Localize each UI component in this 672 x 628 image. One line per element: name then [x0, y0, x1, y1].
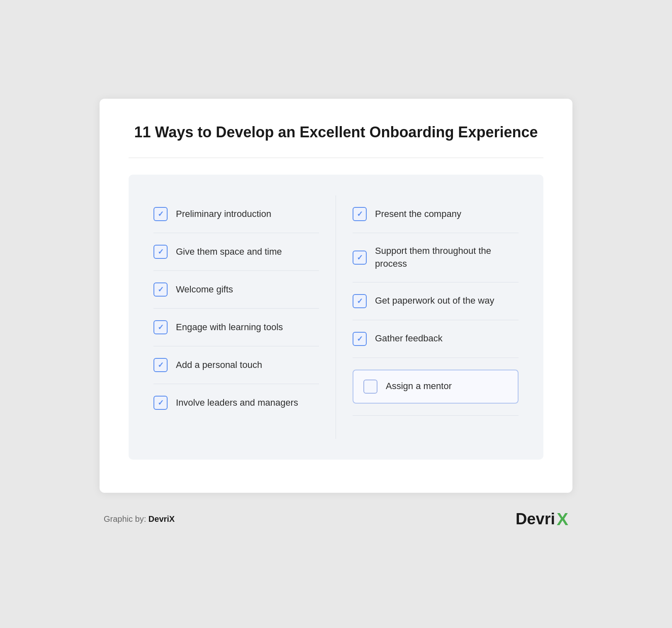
logo-x: X — [557, 509, 568, 529]
list-item[interactable]: ✓Engage with learning tools — [153, 309, 319, 346]
list-item[interactable]: Assign a mentor — [353, 358, 519, 416]
highlight-box-assign-mentor[interactable]: Assign a mentor — [353, 370, 519, 404]
checkmark-icon: ✓ — [158, 247, 164, 256]
page-title: 11 Ways to Develop an Excellent Onboardi… — [129, 124, 543, 158]
right-column: ✓Present the company✓Support them throug… — [336, 195, 519, 439]
checkmark-icon: ✓ — [357, 209, 363, 219]
checkbox-present-company[interactable]: ✓ — [353, 207, 367, 221]
checkbox-engage-learning[interactable]: ✓ — [153, 320, 168, 334]
checkmark-icon: ✓ — [357, 334, 363, 343]
footer-bar: Graphic by: DevriX DevriX — [100, 509, 572, 529]
list-item[interactable]: ✓Preliminary introduction — [153, 195, 319, 233]
graphic-by-label: Graphic by: DevriX — [104, 514, 175, 524]
list-item[interactable]: ✓Gather feedback — [353, 320, 519, 358]
item-label: Involve leaders and managers — [176, 397, 298, 409]
list-item[interactable]: ✓Give them space and time — [153, 233, 319, 271]
list-item[interactable]: ✓Welcome gifts — [153, 271, 319, 309]
checkbox-support-throughout[interactable]: ✓ — [353, 251, 367, 265]
checkmark-icon: ✓ — [158, 398, 164, 407]
item-label: Present the company — [375, 208, 461, 221]
item-label: Get paperwork out of the way — [375, 295, 494, 307]
item-label: Assign a mentor — [386, 380, 452, 393]
checkbox-get-paperwork[interactable]: ✓ — [353, 294, 367, 308]
list-item[interactable]: ✓Add a personal touch — [153, 346, 319, 384]
list-item[interactable]: ✓Present the company — [353, 195, 519, 233]
logo-container: DevriX — [516, 509, 568, 529]
brand-name: DevriX — [149, 514, 175, 523]
item-label: Gather feedback — [375, 332, 443, 345]
checkmark-icon: ✓ — [158, 209, 164, 219]
left-column: ✓Preliminary introduction✓Give them spac… — [153, 195, 336, 439]
checklist-grid: ✓Preliminary introduction✓Give them spac… — [153, 195, 519, 439]
checkbox-give-them-space[interactable]: ✓ — [153, 245, 168, 259]
list-item[interactable]: ✓Get paperwork out of the way — [353, 282, 519, 320]
item-label: Support them throughout the process — [375, 245, 519, 270]
checkmark-icon: ✓ — [158, 360, 164, 370]
checkbox-gather-feedback[interactable]: ✓ — [353, 332, 367, 346]
checkmark-icon: ✓ — [158, 285, 164, 294]
checkmark-icon: ✓ — [158, 323, 164, 332]
checkbox-welcome-gifts[interactable]: ✓ — [153, 282, 168, 297]
checkbox-personal-touch[interactable]: ✓ — [153, 358, 168, 372]
checkbox-assign-mentor[interactable] — [363, 380, 377, 394]
item-label: Add a personal touch — [176, 359, 262, 372]
checkmark-icon: ✓ — [357, 297, 363, 306]
list-item[interactable]: ✓Support them throughout the process — [353, 233, 519, 282]
checkbox-preliminary-introduction[interactable]: ✓ — [153, 207, 168, 221]
main-card: 11 Ways to Develop an Excellent Onboardi… — [100, 99, 572, 493]
logo-text: Devri — [516, 510, 555, 528]
item-label: Give them space and time — [176, 246, 282, 258]
checkbox-involve-leaders[interactable]: ✓ — [153, 396, 168, 410]
item-label: Welcome gifts — [176, 283, 233, 296]
checkmark-icon: ✓ — [357, 253, 363, 262]
item-label: Preliminary introduction — [176, 208, 271, 221]
content-area: ✓Preliminary introduction✓Give them spac… — [129, 175, 543, 460]
item-label: Engage with learning tools — [176, 321, 283, 334]
list-item[interactable]: ✓Involve leaders and managers — [153, 384, 319, 421]
